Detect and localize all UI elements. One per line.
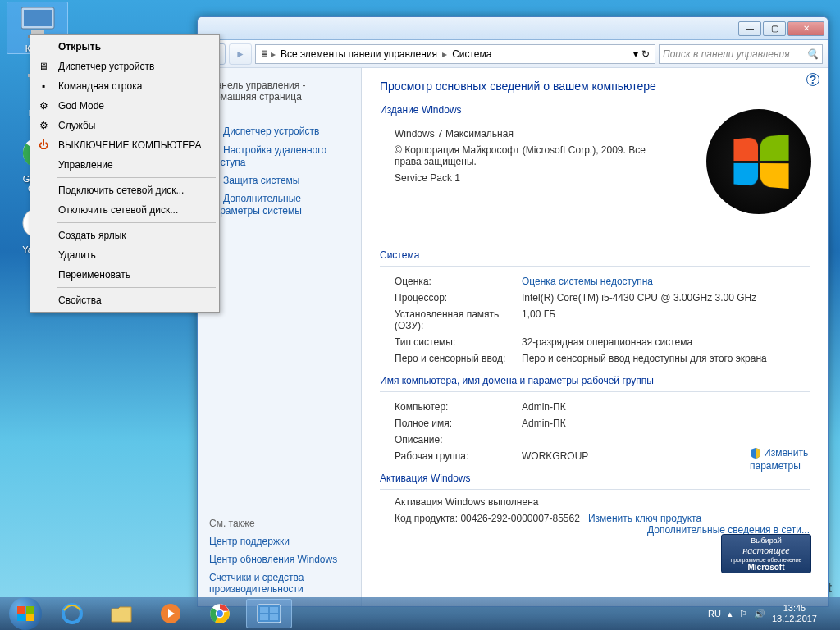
windows-logo xyxy=(706,109,811,214)
sidebar-action-center[interactable]: Центр поддержки xyxy=(209,532,349,550)
fullname-value: Admin-ПК xyxy=(522,418,810,429)
ctx-rename[interactable]: Переименовать xyxy=(32,265,217,285)
page-title: Просмотр основных сведений о вашем компь… xyxy=(380,80,810,93)
close-button[interactable]: ✕ xyxy=(788,21,824,36)
pcname-value: Admin-ПК xyxy=(522,401,810,413)
ctx-delete[interactable]: Удалить xyxy=(32,245,217,265)
cmd-icon: ▪ xyxy=(35,80,52,93)
toolbar: ◄ ► 🖥 ▸ Все элементы панели управления ▸… xyxy=(198,40,828,68)
section-activation: Активация Windows xyxy=(380,472,810,484)
taskbar-explorer[interactable] xyxy=(98,599,144,628)
show-desktop-button[interactable] xyxy=(824,599,830,628)
search-input[interactable]: Поиск в панели управления 🔍 xyxy=(659,44,823,64)
taskbar: RU ▴ ⚐ 🔊 13:45 13.12.2017 xyxy=(0,597,840,630)
svg-rect-1 xyxy=(24,10,52,26)
svg-rect-16 xyxy=(270,607,278,613)
godmode-icon: ⚙ xyxy=(35,99,52,112)
system-tray: RU ▴ ⚐ 🔊 13:45 13.12.2017 xyxy=(708,599,837,628)
search-placeholder: Поиск в панели управления xyxy=(663,48,790,60)
tray-up-icon[interactable]: ▴ xyxy=(728,609,733,619)
ram-value: 1,00 ГБ xyxy=(522,308,810,331)
taskbar-chrome[interactable] xyxy=(197,599,243,628)
crumb-system[interactable]: Система xyxy=(449,48,495,60)
svg-point-13 xyxy=(216,609,223,617)
sidebar-protection[interactable]: Защита системы xyxy=(209,171,349,190)
section-system: Система xyxy=(380,249,810,261)
activation-status: Активация Windows выполнена xyxy=(380,496,810,508)
ctx-godmode[interactable]: ⚙God Mode xyxy=(32,96,217,116)
sidebar-perf[interactable]: Счетчики и средства производительности xyxy=(209,568,349,598)
content-area: Просмотр основных сведений о вашем компь… xyxy=(362,68,828,606)
cpu-value: Intel(R) Core(TM) i5-4430 CPU @ 3.00GHz … xyxy=(522,292,810,304)
ctx-device-manager[interactable]: 🖥Диспетчер устройств xyxy=(32,57,217,76)
taskbar-ie[interactable] xyxy=(49,599,95,628)
svg-rect-17 xyxy=(260,614,268,620)
ctx-properties[interactable]: Свойства xyxy=(32,290,217,310)
shutdown-icon: ⏻ xyxy=(35,139,52,152)
shield-icon xyxy=(750,447,761,459)
tray-clock[interactable]: 13:45 13.12.2017 xyxy=(772,603,817,624)
taskbar-system[interactable] xyxy=(246,599,292,628)
ctx-map-drive[interactable]: Подключить сетевой диск... xyxy=(32,180,217,200)
sidebar-update[interactable]: Центр обновления Windows xyxy=(209,550,349,568)
rating-link[interactable]: Оценка системы недоступна xyxy=(522,276,653,287)
sidebar-advanced[interactable]: Дополнительные параметры системы xyxy=(209,189,349,220)
dropdown-icon[interactable]: ▾ xyxy=(633,48,638,60)
ctx-shutdown[interactable]: ⏻ВЫКЛЮЧЕНИЕ КОМПЬЮТЕРА xyxy=(32,135,217,155)
desc-value xyxy=(522,434,810,445)
change-settings-link[interactable]: Изменить параметры xyxy=(750,447,828,472)
control-panel-icon: 🖥 xyxy=(259,48,269,60)
breadcrumb[interactable]: 🖥 ▸ Все элементы панели управления ▸ Сис… xyxy=(255,44,655,64)
genuine-badge[interactable]: Выбирай настоящее программное обеспечени… xyxy=(721,534,811,573)
titlebar[interactable]: — ▢ ✕ xyxy=(198,17,828,40)
ctx-cmd[interactable]: ▪Командная строка xyxy=(32,76,217,96)
services-icon: ⚙ xyxy=(35,119,52,132)
help-button[interactable]: ? xyxy=(806,73,819,86)
ctx-create-shortcut[interactable]: Создать ярлык xyxy=(32,226,217,245)
taskbar-wmp[interactable] xyxy=(148,599,194,628)
section-name: Имя компьютера, имя домена и параметры р… xyxy=(380,375,810,386)
product-id: Код продукта: 00426-292-0000007-85562 xyxy=(395,513,580,524)
sidebar-devmgr[interactable]: Диспетчер устройств xyxy=(209,122,349,141)
ctx-manage[interactable]: Управление xyxy=(32,155,217,175)
copyright: © Корпорация Майкрософт (Microsoft Corp.… xyxy=(380,144,659,167)
start-button[interactable] xyxy=(3,597,48,630)
svg-rect-18 xyxy=(270,614,278,620)
ctx-open[interactable]: Открыть xyxy=(32,37,217,57)
refresh-icon[interactable]: ↻ xyxy=(641,48,650,60)
change-key-link[interactable]: Изменить ключ продукта xyxy=(588,513,701,524)
minimize-button[interactable]: — xyxy=(738,21,761,36)
svg-rect-15 xyxy=(260,607,268,613)
ctx-unmap-drive[interactable]: Отключить сетевой диск... xyxy=(32,200,217,220)
ctx-services[interactable]: ⚙Службы xyxy=(32,116,217,135)
forward-button[interactable]: ► xyxy=(229,43,252,65)
see-also-label: См. также xyxy=(209,514,349,532)
crumb-all[interactable]: Все элементы панели управления xyxy=(277,48,441,60)
sidebar: Панель управления - домашняя страница Ди… xyxy=(198,68,362,606)
devmgr-icon: 🖥 xyxy=(35,60,52,73)
sidebar-remote[interactable]: Настройка удаленного доступа xyxy=(209,141,349,171)
system-properties-window: — ▢ ✕ ◄ ► 🖥 ▸ Все элементы панели управл… xyxy=(197,16,829,607)
pen-value: Перо и сенсорный ввод недоступны для это… xyxy=(522,353,810,364)
sidebar-home[interactable]: Панель управления - домашняя страница xyxy=(209,76,349,106)
tray-volume-icon[interactable]: 🔊 xyxy=(754,609,765,619)
tray-flag-icon[interactable]: ⚐ xyxy=(739,609,747,619)
maximize-button[interactable]: ▢ xyxy=(763,21,786,36)
context-menu: Открыть 🖥Диспетчер устройств ▪Командная … xyxy=(30,34,220,313)
search-icon: 🔍 xyxy=(806,48,819,60)
tray-lang[interactable]: RU xyxy=(708,609,721,619)
systype-value: 32-разрядная операционная система xyxy=(522,336,810,348)
